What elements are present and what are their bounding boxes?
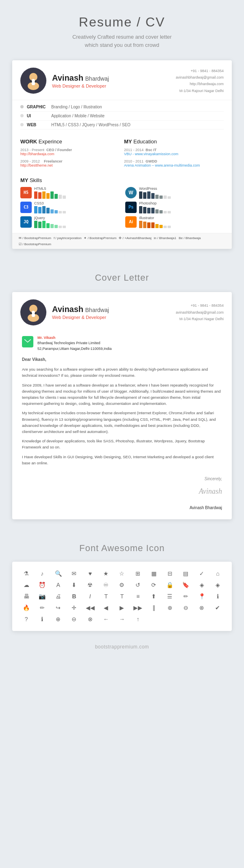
icon-card: ⚗ ♪ 🔍 ✉ ♥ ★ ☆ ⊞ ▦ ⊟ ▤ ✓ ⌂ ☁ ⏰ A ⬇ ☢ ♾ ⚙ … — [12, 562, 232, 631]
signature-graphic: Avinash — [22, 486, 222, 497]
icon-download: ⬇ — [67, 580, 82, 589]
icon-star-empty: ☆ — [114, 569, 129, 578]
icon-pencil: ✏ — [178, 592, 193, 601]
cover-avatar-icon — [22, 301, 44, 323]
skill-illustrator: Ai Illustrator — [125, 216, 224, 228]
icon-bookmark: 🔖 — [178, 580, 193, 589]
skill-photoshop: Ps Photoshop — [125, 201, 224, 213]
cover-body: Mr. Vikash Bhardwaj Technologies Private… — [12, 331, 232, 519]
skill-html5: H5 HTML5 — [20, 187, 119, 199]
resume-header: Avinash Bhardwaj Web Designer & Develope… — [12, 60, 232, 100]
icon-plus-sign2: ⊕ — [50, 615, 65, 624]
cover-para-4: Knowledge of developer applications, too… — [22, 438, 222, 450]
cover-para-1: Are you searching for a software enginee… — [22, 366, 222, 378]
icon-text-width: T — [114, 592, 129, 601]
resume-card: Avinash Bhardwaj Web Designer & Develope… — [12, 60, 232, 249]
icon-italic: I — [83, 592, 98, 601]
css3-icon: C3 — [20, 202, 32, 213]
icon-minus-sign2: ⊖ — [67, 615, 82, 624]
avatar — [20, 68, 46, 94]
cover-para-5: I Have developed Skills in GUI Designing… — [22, 454, 222, 466]
icon-time: ⏰ — [35, 580, 50, 589]
work-education: WORK Experince 2013 - Present CEO / Foun… — [12, 134, 232, 174]
resume-name-block: Avinash Bhardwaj Web Designer & Develope… — [52, 73, 176, 88]
html5-icon: H5 — [20, 187, 32, 198]
icon-fast-backward: ◀◀ — [83, 603, 98, 612]
edu-item-2: 2010 - 2011 GWDD Arena Animation – www.a… — [124, 159, 224, 167]
avatar-icon — [22, 70, 44, 92]
icon-list2: ☰ — [162, 592, 177, 601]
icon-th: ⊟ — [162, 569, 177, 578]
ai-icon: Ai — [125, 216, 137, 228]
icon-ok: ✓ — [194, 569, 209, 578]
resume-contact: +91 - 9841 - 884354 avinashbhardwaj@gmai… — [176, 68, 224, 94]
skills-grid: H5 HTML5 — [20, 187, 224, 228]
icon-text-height: T — [98, 592, 113, 601]
svg-point-4 — [32, 79, 35, 82]
icon-music: ♪ — [35, 569, 50, 578]
skill-dot — [20, 114, 24, 117]
icon-minus-sign: ⊖ — [178, 603, 193, 612]
icon-print: 🖶 — [19, 592, 34, 601]
cover-to: Mr. Vikash Bhardwaj Technologies Private… — [22, 335, 222, 352]
footer-text: bootstrappremium.com — [95, 644, 149, 650]
cover-para-3: My technical expertise includes cross-br… — [22, 410, 222, 435]
icon-arrow-up: ↑ — [131, 615, 146, 624]
icon-refresh: ↺ — [131, 580, 146, 589]
icon-camera: 📷 — [35, 592, 50, 601]
icon-fire: 🔥 — [19, 603, 34, 612]
page-header: Resume / CV Creatively Crafted resume an… — [0, 0, 244, 56]
icon-arrow-left: ← — [98, 615, 113, 624]
icon-cloud: ☁ — [19, 580, 34, 589]
icon-tags: ◈ — [210, 580, 225, 589]
icon-play: ▶ — [114, 603, 129, 612]
icon-font: A — [50, 580, 65, 589]
education-col: MY Education 2011 - 2014 Bsc IT VBU - ww… — [124, 138, 224, 171]
cover-header: Avinash Bhardwaj Web Designer & Develope… — [12, 292, 232, 331]
page-footer: bootstrappremium.com — [0, 639, 244, 658]
edu-item-1: 2011 - 2014 Bsc IT VBU - www.vinayakamis… — [124, 148, 224, 156]
cover-name-block: Avinash Bhardwaj Web Designer & Develope… — [52, 305, 176, 320]
icon-upload: ☢ — [83, 580, 98, 589]
work-col: WORK Experince 2013 - Present CEO / Foun… — [20, 138, 120, 171]
cover-role: Web Designer & Developer — [52, 315, 176, 320]
skill-row-web: WEB HTML5 / CSS3 / JQuery / WordPress / … — [20, 121, 224, 130]
icon-align-left: ≡ — [131, 592, 146, 601]
icon-heart: ♥ — [83, 569, 98, 578]
icon-ok-sign: ✔ — [210, 603, 225, 612]
resume-footer: ✉ / BootstrapPremium f / paytricorporati… — [12, 233, 232, 249]
icon-filter: ⚗ — [19, 569, 34, 578]
icon-arrow-right: → — [114, 615, 129, 624]
skill-row-graphic: GRAPHIC Branding / Logo / Illustration — [20, 103, 224, 112]
icon-backward: ◀ — [98, 603, 113, 612]
skill-jquery: JQ jQuery — [20, 216, 119, 228]
icon-info: ℹ — [210, 592, 225, 601]
cover-address: Mr. Vikash Bhardwaj Technologies Private… — [37, 335, 112, 352]
skill-dot — [20, 105, 24, 108]
mail-icon — [22, 336, 33, 347]
icon-question-sign: ? — [19, 615, 34, 624]
icon-bold: B — [67, 592, 82, 601]
icon-fast-forward: ▶▶ — [131, 603, 146, 612]
skill-row-ui: UI Application / Mobile / Website — [20, 112, 224, 121]
icon-remove-sign: ⊗ — [194, 603, 209, 612]
icon-th-list: ▤ — [178, 569, 193, 578]
icon-envelope: ✉ — [67, 569, 82, 578]
icon-pause: ‖ — [146, 603, 161, 612]
page-subtitle: Creatively Crafted resume and cover lett… — [8, 33, 236, 49]
cover-avatar — [20, 299, 46, 325]
icon-repeat: ⟳ — [146, 580, 161, 589]
icon-lock: 🔒 — [162, 580, 177, 589]
cover-para-2: Since 2009, I have served as a software … — [22, 382, 222, 407]
icon-plus: ✛ — [67, 603, 82, 612]
my-skills: MY Skills H5 HTML5 — [12, 174, 232, 233]
icon-grid: ⚗ ♪ 🔍 ✉ ♥ ★ ☆ ⊞ ▦ ⊟ ▤ ✓ ⌂ ☁ ⏰ A ⬇ ☢ ♾ ⚙ … — [19, 569, 225, 624]
icon-map-marker: 📍 — [194, 592, 209, 601]
skills-table: GRAPHIC Branding / Logo / Illustration U… — [12, 100, 232, 134]
icon-ban: ⊗ — [83, 615, 98, 624]
salutation: Dear Vikash, — [22, 356, 222, 363]
icon-home: ⌂ — [210, 569, 225, 578]
fa-label: Font Awesome Icon — [0, 543, 244, 554]
svg-point-9 — [32, 311, 35, 314]
icon-cog: ⚙ — [114, 580, 129, 589]
